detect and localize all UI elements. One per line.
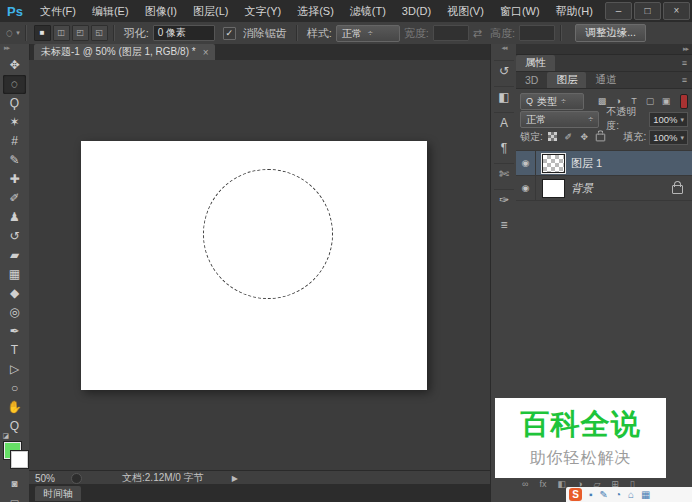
status-options-arrow-icon[interactable]: ▶	[232, 474, 238, 483]
type-tool[interactable]: T	[3, 341, 26, 360]
smart-object-filter-icon[interactable]: ▣	[660, 96, 673, 106]
history-brush-tool[interactable]: ↺	[3, 227, 26, 246]
minimize-button[interactable]: –	[605, 2, 632, 20]
menu-help[interactable]: 帮助(H)	[548, 4, 601, 19]
eyedropper-tool[interactable]: ✎	[3, 151, 26, 170]
expand-panels-icon[interactable]: ◂◂	[491, 44, 517, 55]
brush-tool[interactable]: ✐	[3, 189, 26, 208]
lock-transparency-icon[interactable]	[546, 132, 559, 143]
path-selection-tool[interactable]: ▷	[3, 360, 26, 379]
menu-type[interactable]: 文字(Y)	[236, 4, 289, 19]
feather-input[interactable]: 0 像素	[153, 25, 215, 41]
menu-file[interactable]: 文件(F)	[32, 4, 84, 19]
layer-mask-icon[interactable]: ◧	[557, 479, 566, 489]
blur-tool[interactable]: ◆	[3, 284, 26, 303]
tray-icon[interactable]: ✎	[600, 489, 608, 500]
tab-properties[interactable]: 属性	[516, 55, 555, 71]
tray-icon[interactable]: ▦	[641, 489, 650, 500]
selection-marquee[interactable]	[203, 169, 333, 299]
tool-preset-picker[interactable]: ◌ ▾	[6, 26, 20, 40]
dodge-tool[interactable]: ◎	[3, 303, 26, 322]
subtract-selection-button[interactable]: ◰	[72, 25, 89, 41]
menu-layer[interactable]: 图层(L)	[185, 4, 236, 19]
clone-stamp-tool[interactable]: ♟	[3, 208, 26, 227]
layer-name[interactable]: 背景	[571, 181, 593, 196]
elliptical-marquee-tool[interactable]: ◌	[3, 75, 26, 94]
paragraph-panel-icon[interactable]: ¶	[494, 138, 514, 158]
maximize-button[interactable]: □	[634, 2, 661, 20]
clone-source-panel-icon[interactable]: ✄	[494, 163, 514, 184]
layer-name[interactable]: 图层 1	[571, 156, 602, 171]
screen-mode-button[interactable]: ▭	[3, 494, 26, 502]
menu-3d[interactable]: 3D(D)	[394, 5, 439, 17]
lock-paint-icon[interactable]: ✐	[562, 132, 575, 142]
crop-tool[interactable]: #	[3, 132, 26, 151]
collapse-panel-icon[interactable]: ▸▸	[0, 44, 29, 56]
brush-panel-icon[interactable]: ✑	[494, 189, 514, 210]
collapse-panels-icon[interactable]: ▸▸	[683, 45, 688, 53]
input-method-logo-icon[interactable]: S	[569, 488, 582, 501]
timeline-tab[interactable]: 时间轴	[35, 486, 81, 501]
lock-all-icon[interactable]	[594, 130, 607, 144]
visibility-eye-icon[interactable]: ◉	[516, 176, 536, 200]
style-dropdown[interactable]: 正常 ÷	[336, 25, 400, 42]
antialias-checkbox[interactable]: ✓	[223, 27, 236, 40]
spot-healing-brush-tool[interactable]: ✚	[3, 170, 26, 189]
zoom-level-field[interactable]: 50%	[29, 473, 61, 484]
history-panel-icon[interactable]: ↺	[494, 60, 514, 81]
canvas-page[interactable]	[81, 141, 427, 390]
intersect-selection-button[interactable]: ◱	[91, 25, 108, 41]
opacity-label: 不透明度:	[606, 105, 646, 133]
pen-tool[interactable]: ✒	[3, 322, 26, 341]
lock-position-icon[interactable]: ✥	[578, 132, 591, 142]
tab-channels[interactable]: 通道	[586, 72, 625, 88]
filter-toggle-switch[interactable]	[680, 94, 689, 109]
tray-icon[interactable]: ▪	[589, 489, 593, 500]
brush-presets-panel-icon[interactable]: ≡	[494, 215, 514, 235]
ellipse-shape-tool[interactable]: ○	[3, 379, 26, 398]
layer-effects-icon[interactable]: fx	[539, 479, 546, 489]
opacity-field[interactable]: 100% ▾	[649, 112, 688, 127]
menu-window[interactable]: 窗口(W)	[492, 4, 548, 19]
eraser-tool[interactable]: ▰	[3, 246, 26, 265]
menu-view[interactable]: 视图(V)	[439, 4, 492, 19]
menu-filter[interactable]: 滤镜(T)	[342, 4, 394, 19]
tab-layers[interactable]: 图层	[547, 72, 586, 88]
lasso-tool[interactable]: Ϙ	[3, 94, 26, 113]
canvas-area[interactable]	[29, 60, 490, 470]
visibility-eye-icon[interactable]: ◉	[516, 151, 536, 175]
menu-image[interactable]: 图像(I)	[137, 4, 185, 19]
quick-mask-button[interactable]: ◙	[3, 476, 26, 492]
layer-thumbnail[interactable]	[542, 179, 565, 198]
layer-thumbnail[interactable]	[542, 154, 565, 173]
move-tool[interactable]: ✥	[3, 56, 26, 75]
adjustments-panel-icon[interactable]: ◧	[494, 86, 514, 107]
gradient-tool[interactable]: ▦	[3, 265, 26, 284]
layer-row-background[interactable]: ◉ 背景	[516, 175, 692, 201]
fill-field[interactable]: 100% ▾	[649, 130, 688, 145]
magic-wand-tool[interactable]: ✶	[3, 113, 26, 132]
tray-icon[interactable]: ⌂	[628, 489, 634, 500]
background-color-swatch[interactable]	[11, 451, 28, 468]
panel-menu-icon[interactable]: ≡	[682, 75, 687, 85]
refine-edge-button[interactable]: 调整边缘...	[575, 24, 646, 42]
layers-tab-bar: 3D 图层 通道 ≡	[516, 72, 692, 89]
document-tab[interactable]: 未标题-1 @ 50% (图层 1, RGB/8) * ×	[34, 44, 215, 60]
close-button[interactable]: ×	[663, 2, 690, 20]
new-selection-button[interactable]: ■	[34, 25, 51, 41]
panel-menu-icon[interactable]: ≡	[682, 58, 687, 68]
watermark-overlay: 百科全说 助你轻松解决	[495, 398, 666, 478]
menu-edit[interactable]: 编辑(E)	[84, 4, 137, 19]
menu-select[interactable]: 选择(S)	[289, 4, 342, 19]
link-layers-icon[interactable]: ∞	[522, 479, 528, 489]
tab-3d[interactable]: 3D	[516, 72, 547, 88]
filter-kind-dropdown[interactable]: Ԛ 类型 ÷	[520, 93, 584, 110]
add-selection-button[interactable]: ◫	[53, 25, 70, 41]
character-panel-icon[interactable]: A	[494, 112, 514, 133]
hand-tool[interactable]: ✋	[3, 398, 26, 417]
tray-icon[interactable]: ◔	[615, 489, 621, 500]
default-colors-icon[interactable]: ◪	[3, 432, 10, 440]
layer-row-layer1[interactable]: ◉ 图层 1	[516, 150, 692, 175]
blend-mode-dropdown[interactable]: 正常 ÷	[520, 111, 599, 128]
close-document-icon[interactable]: ×	[203, 47, 209, 58]
